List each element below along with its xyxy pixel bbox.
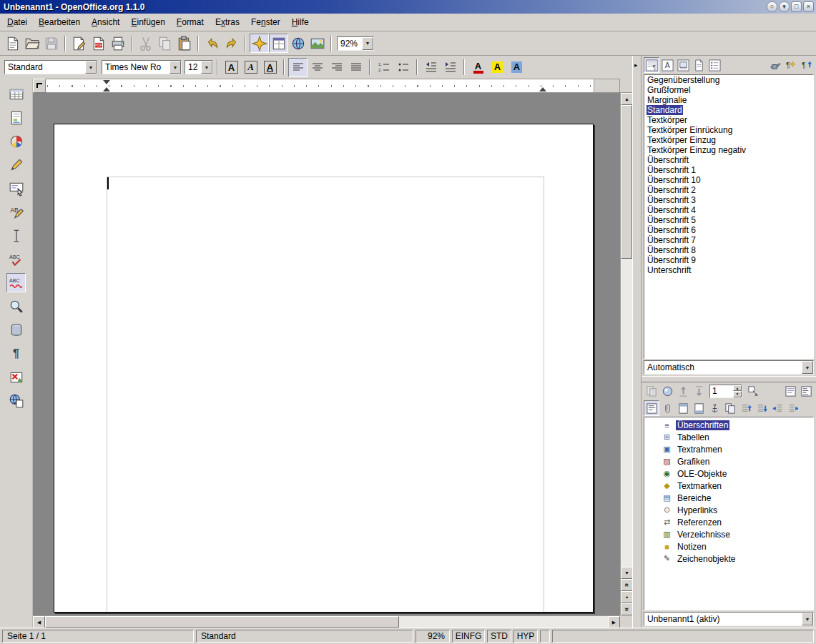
horizontal-ruler[interactable] [46, 79, 620, 93]
style-item[interactable]: Textkörper Einzug [644, 135, 813, 145]
menu-extras[interactable]: Extras [210, 14, 245, 30]
autotext-button[interactable]: AB [6, 202, 26, 222]
style-item[interactable]: Gegenüberstellung [644, 75, 813, 85]
scroll-right-button[interactable]: ▶ [608, 616, 620, 628]
panel-splitter-vertical[interactable]: ▸ [632, 56, 642, 628]
new-style-from-selection-button[interactable]: ¶ [782, 57, 798, 73]
page-number-spinbox[interactable]: 1 ▲ ▼ [709, 385, 742, 398]
char-background-button[interactable]: A [507, 58, 526, 77]
navigation-dot-button[interactable]: • [621, 591, 633, 603]
promote-level-button[interactable] [770, 400, 785, 416]
font-name-combobox[interactable]: Times New Ro ▼ [102, 60, 182, 74]
window-shade-button[interactable]: ○ [767, 1, 777, 12]
align-right-button[interactable] [327, 58, 346, 77]
scroll-up-button[interactable]: ▲ [621, 93, 633, 105]
insert-button[interactable] [6, 84, 26, 104]
dropdown-arrow-icon[interactable]: ▼ [362, 37, 373, 50]
open-button[interactable] [22, 34, 41, 53]
drag-mode-button[interactable] [745, 383, 761, 399]
scroll-down-button[interactable]: ▼ [621, 567, 633, 579]
dropdown-arrow-icon[interactable]: ▼ [85, 61, 97, 74]
style-item[interactable]: Überschrift [644, 155, 813, 165]
auto-spellcheck-button[interactable]: ABC [6, 273, 26, 292]
edit-file-button[interactable] [69, 34, 89, 53]
navigator-toggle-button[interactable] [250, 34, 269, 53]
highlighting-button[interactable]: A [488, 58, 507, 77]
navigator-item[interactable]: ▣ Textrahmen [644, 443, 813, 455]
dropdown-arrow-icon[interactable]: ▼ [169, 61, 181, 74]
justify-button[interactable] [346, 58, 365, 77]
frame-styles-button[interactable] [675, 57, 691, 73]
font-color-button[interactable]: A [468, 58, 488, 77]
status-page[interactable]: Seite 1 / 1 [2, 630, 194, 643]
italic-button[interactable]: A [241, 58, 260, 77]
spin-down-button[interactable]: ▼ [733, 391, 742, 397]
outline-levels-button[interactable] [722, 400, 738, 416]
dropdown-arrow-icon[interactable]: ▼ [802, 613, 813, 625]
graphics-toggle-button[interactable] [6, 367, 26, 387]
document-page[interactable] [54, 124, 594, 613]
tab-type-selector[interactable] [33, 79, 46, 93]
status-page-style[interactable]: Standard [196, 630, 413, 643]
style-item[interactable]: Überschrift 6 [644, 225, 813, 235]
increase-indent-button[interactable] [441, 58, 460, 77]
form-functions-button[interactable] [6, 179, 26, 198]
stylist-toggle-button[interactable] [269, 34, 288, 53]
style-item[interactable]: Marginalie [644, 95, 813, 105]
direct-cursor-button[interactable] [6, 226, 26, 245]
navigator-item[interactable]: ⊙ Hyperlinks [644, 504, 813, 516]
underline-button[interactable]: A [260, 58, 280, 77]
style-item[interactable]: Überschrift 7 [644, 235, 813, 245]
cut-button[interactable] [136, 34, 155, 53]
style-item[interactable]: Unterschrift [644, 265, 813, 275]
online-layout-button[interactable] [6, 391, 26, 410]
new-document-button[interactable] [3, 34, 22, 53]
spin-up-button[interactable]: ▲ [733, 385, 742, 392]
character-styles-button[interactable]: A [659, 57, 675, 73]
spellcheck-button[interactable]: ABC [6, 249, 26, 269]
menu-datei[interactable]: Datei [1, 14, 33, 30]
style-item[interactable]: Überschrift 4 [644, 205, 813, 215]
horizontal-scrollbar[interactable]: ◀ ▶ [33, 615, 620, 628]
previous-object-button[interactable] [675, 383, 691, 399]
footer-button[interactable] [691, 400, 707, 416]
bold-button[interactable]: A [222, 58, 241, 77]
list-box-toggle-button[interactable] [782, 383, 798, 399]
content-view-button[interactable] [798, 383, 814, 399]
fill-format-button[interactable] [767, 57, 782, 73]
next-page-button[interactable]: » [621, 603, 633, 615]
navigator-item[interactable]: ✎ Zeichenobjekte [644, 553, 813, 565]
menu-hilfe[interactable]: Hilfe [286, 14, 315, 30]
right-indent-marker[interactable] [539, 87, 546, 91]
page-number-value[interactable]: 1 [710, 385, 733, 397]
navigator-item[interactable]: ⇄ Referenzen [644, 516, 813, 528]
move-chapter-up-button[interactable] [738, 400, 754, 416]
style-item[interactable]: Überschrift 8 [644, 245, 813, 255]
style-item[interactable]: Überschrift 9 [644, 255, 813, 265]
window-close-button[interactable]: × [803, 1, 814, 12]
dropdown-arrow-icon[interactable]: ▼ [802, 361, 813, 374]
navigator-document-value[interactable]: Unbenannt1 (aktiv) [644, 613, 802, 625]
style-item[interactable]: Textkörper Einzug negativ [644, 145, 813, 155]
scroll-left-button[interactable]: ◀ [33, 616, 45, 628]
vertical-scrollbar[interactable]: ▲ ▼ « • » [620, 93, 632, 615]
bullet-list-button[interactable] [393, 58, 413, 77]
toggle-master-view-button[interactable] [644, 383, 659, 399]
align-left-button[interactable] [288, 58, 308, 77]
align-center-button[interactable] [308, 58, 327, 77]
navigator-item[interactable]: ◆ Textmarken [644, 480, 813, 492]
stylist-filter-value[interactable]: Automatisch [644, 361, 802, 374]
find-replace-button[interactable] [6, 297, 26, 316]
font-name-value[interactable]: Times New Ro [102, 61, 169, 74]
hyperlink-dialog-button[interactable] [288, 34, 308, 53]
window-minimize-button[interactable]: ▾ [779, 1, 790, 12]
style-item[interactable]: Überschrift 3 [644, 195, 813, 205]
style-item[interactable]: Überschrift 10 [644, 175, 813, 185]
next-object-button[interactable] [691, 383, 707, 399]
paragraph-styles-button[interactable]: ¶ [644, 57, 659, 73]
paragraph-style-combobox[interactable]: Standard ▼ [4, 60, 97, 74]
previous-page-button[interactable]: « [621, 579, 633, 591]
left-indent-marker[interactable] [103, 87, 110, 91]
first-line-indent-marker[interactable] [103, 80, 110, 84]
data-sources-button[interactable] [6, 320, 26, 340]
